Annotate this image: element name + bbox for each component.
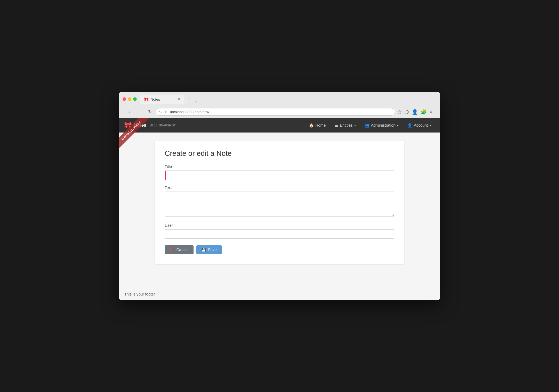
- content-card: Create or edit a Note Title Text User 🚫: [155, 141, 404, 264]
- save-button[interactable]: 💾 Save: [196, 245, 222, 254]
- shield-icon: 🛡: [159, 110, 162, 114]
- tab-close-button[interactable]: ✕: [178, 97, 181, 101]
- brand-logo-icon: 🎀: [124, 122, 132, 129]
- page-title: Create or edit a Note: [165, 149, 394, 158]
- home-label: Home: [315, 123, 326, 128]
- save-label: Save: [208, 248, 217, 252]
- navigation-bar: ← → ↻ 🛡 🗋 localhost:8080/note/new ☆ ⬡ 👤 …: [123, 106, 436, 118]
- new-tab-button[interactable]: +: [185, 95, 194, 104]
- url-text: localhost:8080/note/new: [170, 110, 209, 114]
- minimize-traffic-light[interactable]: [128, 97, 131, 101]
- address-bar[interactable]: 🛡 🗋 localhost:8080/note/new: [156, 108, 395, 116]
- tab-title: Notes: [151, 97, 160, 101]
- entities-icon: ☰: [335, 123, 338, 128]
- title-input[interactable]: [165, 170, 394, 180]
- entities-label: Entities: [340, 123, 353, 128]
- tab-icon: 🎀: [144, 97, 149, 101]
- back-button[interactable]: ←: [126, 109, 134, 115]
- nav-entities[interactable]: ☰ Entities ▾: [331, 121, 360, 130]
- save-icon: 💾: [201, 248, 206, 252]
- menu-icon[interactable]: ≡: [430, 109, 433, 115]
- footer-text: This is your footer: [124, 292, 155, 296]
- brand-name: Notes: [134, 123, 146, 128]
- app-brand: 🎀 Notes v0.0.1-SNAPSHOT: [124, 122, 176, 129]
- cancel-button[interactable]: 🚫 Cancel: [165, 245, 194, 254]
- text-form-group: Text: [165, 185, 394, 218]
- app-navbar: Development 🎀 Notes v0.0.1-SNAPSHOT 🏠 Ho…: [119, 118, 440, 133]
- main-content: Create or edit a Note Title Text User 🚫: [119, 133, 440, 288]
- text-input[interactable]: [165, 192, 394, 217]
- entities-dropdown-arrow: ▾: [354, 124, 356, 127]
- administration-label: Administration: [371, 123, 396, 128]
- pocket-icon[interactable]: ⬡: [405, 109, 409, 115]
- title-form-group: Title: [165, 164, 394, 180]
- bookmark-icon[interactable]: ☆: [397, 109, 402, 115]
- brand-version: v0.0.1-SNAPSHOT: [149, 124, 176, 127]
- tab-bar: 🎀 Notes ✕ + ⌄: [140, 95, 198, 104]
- user-input[interactable]: [165, 229, 394, 239]
- browser-nav-icons: ☆ ⬡ 👤 🧩 ≡: [397, 109, 433, 115]
- app-footer: This is your footer: [119, 288, 440, 300]
- maximize-traffic-light[interactable]: [133, 97, 137, 101]
- traffic-lights: [123, 97, 137, 101]
- administration-dropdown-arrow: ▾: [397, 124, 398, 127]
- browser-tab[interactable]: 🎀 Notes ✕: [140, 95, 184, 104]
- form-actions: 🚫 Cancel 💾 Save: [165, 245, 394, 254]
- refresh-button[interactable]: ↻: [146, 109, 153, 115]
- cancel-icon: 🚫: [170, 248, 174, 252]
- close-traffic-light[interactable]: [123, 97, 126, 101]
- text-label: Text: [165, 185, 394, 190]
- page-icon: 🗋: [165, 110, 168, 114]
- tab-chevron[interactable]: ⌄: [194, 98, 198, 104]
- app-wrapper: Development 🎀 Notes v0.0.1-SNAPSHOT 🏠 Ho…: [119, 118, 440, 300]
- user-label: User: [165, 223, 394, 228]
- browser-titlebar: 🎀 Notes ✕ + ⌄: [123, 95, 436, 104]
- browser-chrome: 🎀 Notes ✕ + ⌄ ← → ↻ 🛡 🗋 localhost:8080/n…: [119, 92, 440, 118]
- browser-window: 🎀 Notes ✕ + ⌄ ← → ↻ 🛡 🗋 localhost:8080/n…: [119, 92, 440, 300]
- profile-icon[interactable]: 👤: [412, 109, 418, 115]
- account-dropdown-arrow: ▾: [430, 124, 431, 127]
- app-nav-links: 🏠 Home ☰ Entities ▾ 👥 Administration ▾ 👤…: [305, 121, 435, 130]
- nav-administration[interactable]: 👥 Administration ▾: [361, 121, 403, 130]
- home-icon: 🏠: [309, 123, 314, 128]
- account-label: Account: [414, 123, 428, 128]
- extension-icon[interactable]: 🧩: [421, 109, 427, 115]
- account-icon: 👤: [407, 123, 412, 128]
- user-form-group: User: [165, 223, 394, 239]
- administration-icon: 👥: [365, 123, 369, 128]
- title-label: Title: [165, 164, 394, 169]
- nav-home[interactable]: 🏠 Home: [305, 121, 329, 130]
- nav-account[interactable]: 👤 Account ▾: [403, 121, 435, 130]
- forward-button[interactable]: →: [136, 109, 144, 115]
- cancel-label: Cancel: [176, 248, 189, 252]
